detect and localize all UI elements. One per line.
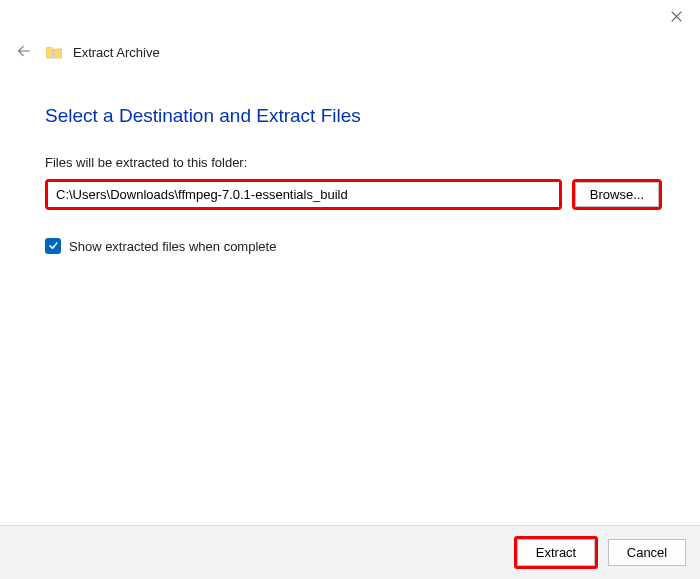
browse-button[interactable]: Browse... — [575, 182, 659, 207]
cancel-button[interactable]: Cancel — [608, 539, 686, 566]
destination-label: Files will be extracted to this folder: — [45, 155, 662, 170]
extract-button[interactable]: Extract — [517, 539, 595, 566]
svg-rect-3 — [53, 51, 55, 58]
close-button[interactable] — [666, 8, 686, 28]
show-extracted-checkbox[interactable] — [45, 238, 61, 254]
checkmark-icon — [48, 239, 59, 254]
page-title: Select a Destination and Extract Files — [45, 105, 662, 127]
destination-path-input[interactable] — [48, 182, 559, 207]
archive-folder-icon — [45, 43, 63, 61]
path-input-highlight — [45, 179, 562, 210]
path-row: Browse... — [45, 179, 662, 210]
extract-button-highlight: Extract — [514, 536, 598, 569]
header-row: Extract Archive — [13, 40, 160, 64]
arrow-left-icon — [16, 43, 32, 62]
titlebar — [0, 0, 700, 36]
window-title: Extract Archive — [73, 45, 160, 60]
show-extracted-label[interactable]: Show extracted files when complete — [69, 239, 276, 254]
back-button[interactable] — [13, 41, 35, 63]
footer: Extract Cancel — [0, 525, 700, 579]
content-area: Select a Destination and Extract Files F… — [45, 105, 662, 254]
show-extracted-checkbox-row: Show extracted files when complete — [45, 238, 662, 254]
close-icon — [670, 10, 683, 26]
browse-button-highlight: Browse... — [572, 179, 662, 210]
